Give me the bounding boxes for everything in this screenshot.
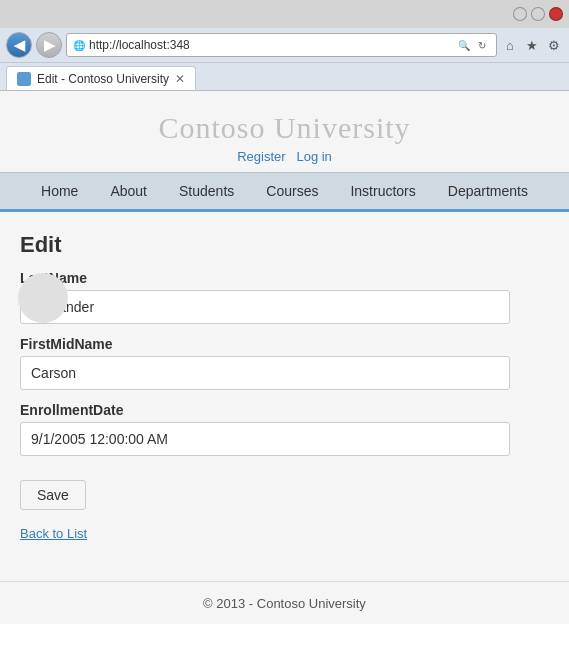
last-name-group: LastName xyxy=(20,270,549,324)
nav-item-instructors[interactable]: Instructors xyxy=(334,173,431,209)
auth-links: Register Log in xyxy=(0,149,569,164)
save-button[interactable]: Save xyxy=(20,480,86,510)
enrollment-date-label: EnrollmentDate xyxy=(20,402,549,418)
forward-arrow-icon: ▶ xyxy=(44,37,55,53)
forward-button[interactable]: ▶ xyxy=(36,32,62,58)
minimize-button[interactable] xyxy=(513,7,527,21)
site-footer: © 2013 - Contoso University xyxy=(0,581,569,624)
register-link[interactable]: Register xyxy=(237,149,285,164)
refresh-icon[interactable]: ↻ xyxy=(474,37,490,53)
page-heading: Edit xyxy=(20,232,549,258)
search-icon[interactable]: 🔍 xyxy=(456,37,472,53)
nav-bar: ◀ ▶ 🌐 http://localhost:348 🔍 ↻ ⌂ ★ ⚙ xyxy=(0,28,569,62)
main-content: Edit LastName FirstMidName EnrollmentDat… xyxy=(0,212,569,561)
tabs-bar: Edit - Contoso University ✕ xyxy=(0,62,569,90)
site-nav: Home About Students Courses Instructors … xyxy=(0,172,569,212)
last-name-input[interactable] xyxy=(20,290,510,324)
page-content: Contoso University Register Log in Home … xyxy=(0,91,569,624)
last-name-label: LastName xyxy=(20,270,549,286)
nav-item-students[interactable]: Students xyxy=(163,173,250,209)
nav-item-departments[interactable]: Departments xyxy=(432,173,544,209)
first-mid-name-input[interactable] xyxy=(20,356,510,390)
enrollment-date-input[interactable] xyxy=(20,422,510,456)
title-bar xyxy=(0,0,569,28)
favorites-icon[interactable]: ★ xyxy=(523,36,541,54)
nav-item-home[interactable]: Home xyxy=(25,173,94,209)
tab-page-icon xyxy=(17,72,31,86)
form-actions: Save xyxy=(20,472,549,510)
site-header: Contoso University Register Log in xyxy=(0,91,569,172)
back-to-list-link[interactable]: Back to List xyxy=(20,526,549,541)
maximize-button[interactable] xyxy=(531,7,545,21)
first-mid-name-label: FirstMidName xyxy=(20,336,549,352)
tab-title: Edit - Contoso University xyxy=(37,72,169,86)
login-link[interactable]: Log in xyxy=(296,149,331,164)
back-button[interactable]: ◀ xyxy=(6,32,32,58)
tab-close-button[interactable]: ✕ xyxy=(175,72,185,86)
page-icon: 🌐 xyxy=(73,40,85,51)
home-toolbar-icon[interactable]: ⌂ xyxy=(501,36,519,54)
nav-item-about[interactable]: About xyxy=(94,173,163,209)
address-bar[interactable]: 🌐 http://localhost:348 🔍 ↻ xyxy=(66,33,497,57)
circle-logo xyxy=(18,273,68,323)
site-title: Contoso University xyxy=(0,111,569,145)
back-arrow-icon: ◀ xyxy=(14,37,25,53)
settings-icon[interactable]: ⚙ xyxy=(545,36,563,54)
address-text: http://localhost:348 xyxy=(89,38,452,52)
nav-item-courses[interactable]: Courses xyxy=(250,173,334,209)
active-tab[interactable]: Edit - Contoso University ✕ xyxy=(6,66,196,90)
first-mid-name-group: FirstMidName xyxy=(20,336,549,390)
nav-menu: Home About Students Courses Instructors … xyxy=(0,173,569,209)
enrollment-date-group: EnrollmentDate xyxy=(20,402,549,456)
footer-copyright: © 2013 - Contoso University xyxy=(203,596,366,611)
close-button[interactable] xyxy=(549,7,563,21)
